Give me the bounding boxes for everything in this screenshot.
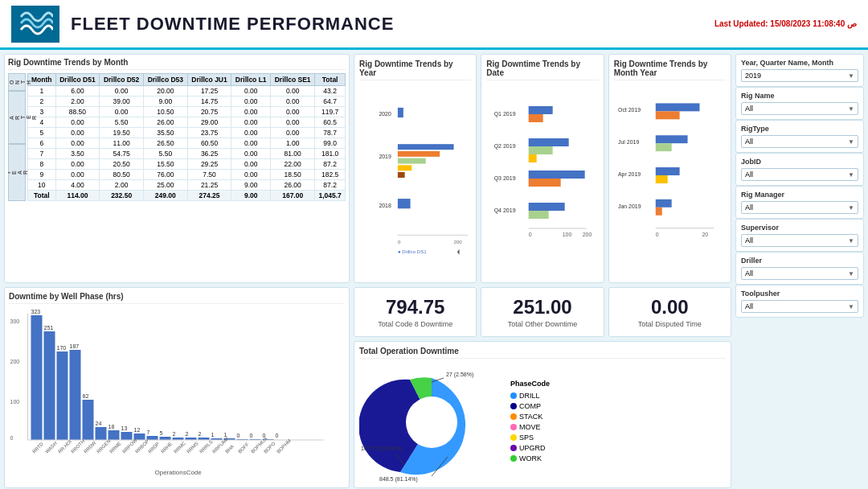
svg-rect-54 xyxy=(57,351,68,440)
filter-select[interactable]: All ▼ xyxy=(741,267,858,280)
svg-text:27 (2.58%): 27 (2.58%) xyxy=(446,372,473,378)
legend-item: STACK xyxy=(510,413,550,421)
logo-icon xyxy=(18,7,53,40)
legend-label: UPGRD xyxy=(519,444,546,452)
svg-text:170: 170 xyxy=(57,345,67,351)
table-cell: 5 xyxy=(28,128,56,138)
table-cell: 2.00 xyxy=(100,180,144,191)
svg-text:RRME: RRME xyxy=(108,441,122,454)
table-cell: 0.00 xyxy=(271,97,315,107)
filter-select[interactable]: All ▼ xyxy=(741,234,858,247)
table-cell: 18.50 xyxy=(271,170,315,180)
svg-text:18: 18 xyxy=(108,424,115,429)
chevron-down-icon: ▼ xyxy=(848,303,854,310)
chevron-down-icon: ▼ xyxy=(848,270,854,277)
table-cell: 0.00 xyxy=(100,86,144,97)
svg-rect-4 xyxy=(398,144,454,150)
table-cell: 0.00 xyxy=(271,128,315,138)
svg-text:100: 100 xyxy=(563,232,572,237)
filter-group: Year, Quarter Name, Month 2019 ▼ xyxy=(735,54,864,87)
last-updated: Last Updated: 15/08/2023 11:08:40 ص xyxy=(714,19,857,28)
svg-text:RRTD: RRTD xyxy=(31,441,44,454)
metric-disputed: 0.00 Total Disputed Time xyxy=(608,287,731,337)
chevron-down-icon: ▼ xyxy=(848,72,854,80)
table-cell: 0.00 xyxy=(271,86,315,97)
metric-other-label: Total Other Downtime xyxy=(508,320,578,328)
table-cell: 0.00 xyxy=(55,117,100,128)
table-header-cell: Drillco L1 xyxy=(231,74,271,86)
svg-text:WASH: WASH xyxy=(44,441,58,454)
filter-select[interactable]: All ▼ xyxy=(741,168,858,181)
svg-rect-21 xyxy=(529,154,537,162)
metrics-row: 794.75 Total Code 8 Downtime 251.00 Tota… xyxy=(354,287,731,337)
filter-select[interactable]: All ▼ xyxy=(741,135,858,148)
svg-text:OperationsCode: OperationsCode xyxy=(155,469,203,476)
metric-code8-value: 794.75 xyxy=(386,296,444,318)
table-cell: 0.00 xyxy=(271,107,315,117)
filter-select[interactable]: All ▼ xyxy=(741,300,858,313)
filter-select[interactable]: All ▼ xyxy=(741,201,858,214)
svg-rect-57 xyxy=(96,427,107,440)
svg-text:167.75 (16.04%): 167.75 (16.04%) xyxy=(361,446,403,452)
svg-text:300: 300 xyxy=(10,318,20,324)
table-cell: 1,045.7 xyxy=(315,191,346,201)
table-cell: 0.00 xyxy=(231,170,271,180)
table-cell: 0.00 xyxy=(231,86,271,97)
svg-rect-56 xyxy=(83,400,94,440)
svg-rect-9 xyxy=(398,199,411,208)
filter-select[interactable]: 2019 ▼ xyxy=(741,69,858,82)
donut-inner: 27 (2.58%) 167.75 (16.04%) 848.5 (81.14%… xyxy=(359,362,726,483)
trends-year-title: Rig Downtime Trends by Year xyxy=(359,60,471,80)
table-header-cell: Drillco D51 xyxy=(55,74,100,86)
table-cell: 87.2 xyxy=(315,180,346,191)
table-row: 73.5054.755.5036.250.0081.00181.0 xyxy=(28,149,346,159)
legend-item: WORK xyxy=(510,454,550,462)
svg-text:BOFF: BOFF xyxy=(237,442,250,454)
table-row: 388.500.0010.5020.750.000.00119.7 xyxy=(28,107,346,117)
legend-label: WORK xyxy=(519,454,542,462)
table-cell: 0.00 xyxy=(55,128,100,138)
svg-rect-8 xyxy=(398,172,405,178)
legend-dot xyxy=(510,455,517,462)
filter-group: JobID All ▼ xyxy=(735,153,864,186)
table-row: Total114.00232.50249.00274.259.00167.001… xyxy=(28,191,346,201)
svg-text:BOPHM: BOPHM xyxy=(276,438,292,454)
table-cell: 8 xyxy=(28,159,56,170)
svg-rect-43 xyxy=(655,208,661,216)
trends-monthyear-title: Rig Downtime Trends by Month Year xyxy=(614,60,726,80)
table-cell: 3.50 xyxy=(55,149,100,159)
filter-value: 2019 xyxy=(745,72,761,80)
svg-rect-7 xyxy=(398,165,411,171)
donut-chart: 27 (2.58%) 167.75 (16.04%) 848.5 (81.14%… xyxy=(359,362,504,483)
svg-text:2020: 2020 xyxy=(379,111,391,117)
filter-select[interactable]: All ▼ xyxy=(741,102,858,115)
table-header-cell: Drillco JU1 xyxy=(187,74,231,86)
table-row: 40.005.5026.0029.000.000.0060.5 xyxy=(28,117,346,128)
table-cell: 22.00 xyxy=(271,159,315,170)
metric-code8-label: Total Code 8 Downtime xyxy=(378,320,452,328)
svg-text:200: 200 xyxy=(583,232,592,237)
last-updated-value: 15/08/2023 11:08:40 ص xyxy=(770,19,857,28)
svg-rect-39 xyxy=(655,167,679,175)
table-cell: 6.00 xyxy=(55,86,100,97)
chevron-down-icon: ▼ xyxy=(848,171,854,179)
table-cell: 114.00 xyxy=(55,191,100,201)
table-cell: 78.7 xyxy=(315,128,346,138)
table-cell: 76.00 xyxy=(143,170,187,180)
trends-monthyear-panel: Rig Downtime Trends by Month Year Oct 20… xyxy=(608,54,731,283)
table-cell: 167.00 xyxy=(271,191,315,201)
table-header-cell: Drillco SE1 xyxy=(271,74,315,86)
filter-value: All xyxy=(745,236,753,244)
svg-text:RRRLS: RRRLS xyxy=(199,439,214,454)
legend-dot xyxy=(510,413,517,420)
filter-value: All xyxy=(745,269,753,277)
svg-rect-62 xyxy=(160,437,171,440)
svg-text:Q1 2019: Q1 2019 xyxy=(494,111,516,117)
filter-label: Driller xyxy=(741,257,858,265)
svg-text:0: 0 xyxy=(529,232,532,237)
table-cell: 29.25 xyxy=(187,159,231,170)
table-row: 104.002.0025.0021.259.0026.0087.2 xyxy=(28,180,346,191)
table-cell: 1 xyxy=(28,86,56,97)
table-cell: 99.0 xyxy=(315,138,346,149)
svg-rect-27 xyxy=(529,211,549,219)
